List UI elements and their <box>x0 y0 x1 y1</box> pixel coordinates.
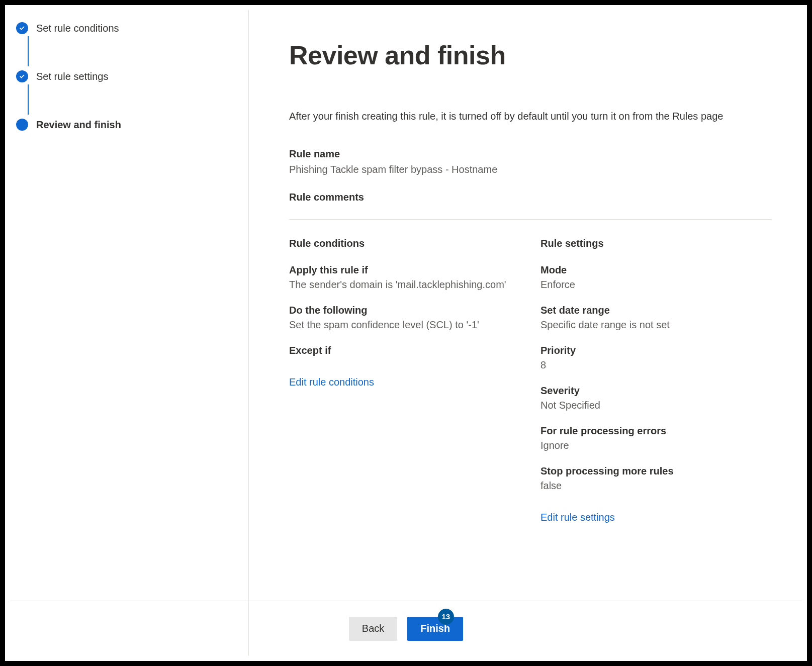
mode-block: Mode Enforce <box>540 264 772 291</box>
errors-block: For rule processing errors Ignore <box>540 425 772 451</box>
apply-if-label: Apply this rule if <box>289 264 520 276</box>
severity-label: Severity <box>540 385 772 397</box>
page-title: Review and finish <box>289 40 772 70</box>
check-icon <box>16 22 28 34</box>
settings-heading: Rule settings <box>540 238 772 249</box>
finish-button[interactable]: Finish <box>407 617 463 641</box>
current-step-icon <box>16 119 28 131</box>
stop-label: Stop processing more rules <box>540 465 772 477</box>
wizard-steps: Set rule conditions Set rule settings Re… <box>10 10 249 656</box>
mode-label: Mode <box>540 264 772 276</box>
page-intro: After your finish creating this rule, it… <box>289 111 772 122</box>
severity-block: Severity Not Specified <box>540 385 772 411</box>
rule-conditions-column: Rule conditions Apply this rule if The s… <box>289 238 520 523</box>
apply-if-value: The sender's domain is 'mail.tacklephish… <box>289 279 520 291</box>
edit-rule-conditions-link[interactable]: Edit rule conditions <box>289 376 374 388</box>
do-following-label: Do the following <box>289 305 520 316</box>
do-following-value: Set the spam confidence level (SCL) to '… <box>289 319 520 331</box>
step-conditions[interactable]: Set rule conditions <box>16 19 236 37</box>
step-number-badge: 13 <box>438 609 454 625</box>
daterange-block: Set date range Specific date range is no… <box>540 305 772 331</box>
errors-label: For rule processing errors <box>540 425 772 437</box>
except-if-block: Except if <box>289 345 520 356</box>
mode-value: Enforce <box>540 279 772 291</box>
edit-rule-settings-link[interactable]: Edit rule settings <box>540 512 615 523</box>
step-label: Review and finish <box>36 119 121 131</box>
step-review[interactable]: Review and finish <box>16 116 236 134</box>
step-settings[interactable]: Set rule settings <box>16 67 236 85</box>
priority-value: 8 <box>540 359 772 371</box>
stop-block: Stop processing more rules false <box>540 465 772 492</box>
rule-name-value: Phishing Tackle spam filter bypass - Hos… <box>289 164 772 175</box>
priority-block: Priority 8 <box>540 345 772 371</box>
section-divider <box>289 219 772 220</box>
rule-name-label: Rule name <box>289 148 772 160</box>
main-content: Review and finish After your finish crea… <box>256 10 802 601</box>
step-label: Set rule conditions <box>36 23 119 34</box>
apply-if-block: Apply this rule if The sender's domain i… <box>289 264 520 291</box>
step-label: Set rule settings <box>36 71 108 82</box>
daterange-value: Specific date range is not set <box>540 319 772 331</box>
severity-value: Not Specified <box>540 400 772 411</box>
back-button[interactable]: Back <box>349 617 397 641</box>
check-icon <box>16 70 28 82</box>
priority-label: Priority <box>540 345 772 356</box>
rule-settings-column: Rule settings Mode Enforce Set date rang… <box>540 238 772 523</box>
conditions-heading: Rule conditions <box>289 238 520 249</box>
step-connector <box>28 84 29 115</box>
except-if-label: Except if <box>289 345 520 356</box>
stop-value: false <box>540 480 772 492</box>
errors-value: Ignore <box>540 440 772 451</box>
daterange-label: Set date range <box>540 305 772 316</box>
wizard-footer: Back 13 Finish <box>10 601 802 656</box>
do-following-block: Do the following Set the spam confidence… <box>289 305 520 331</box>
rule-comments-label: Rule comments <box>289 192 772 203</box>
rule-name-block: Rule name Phishing Tackle spam filter by… <box>289 148 772 175</box>
step-connector <box>28 36 29 66</box>
rule-comments-block: Rule comments <box>289 192 772 203</box>
